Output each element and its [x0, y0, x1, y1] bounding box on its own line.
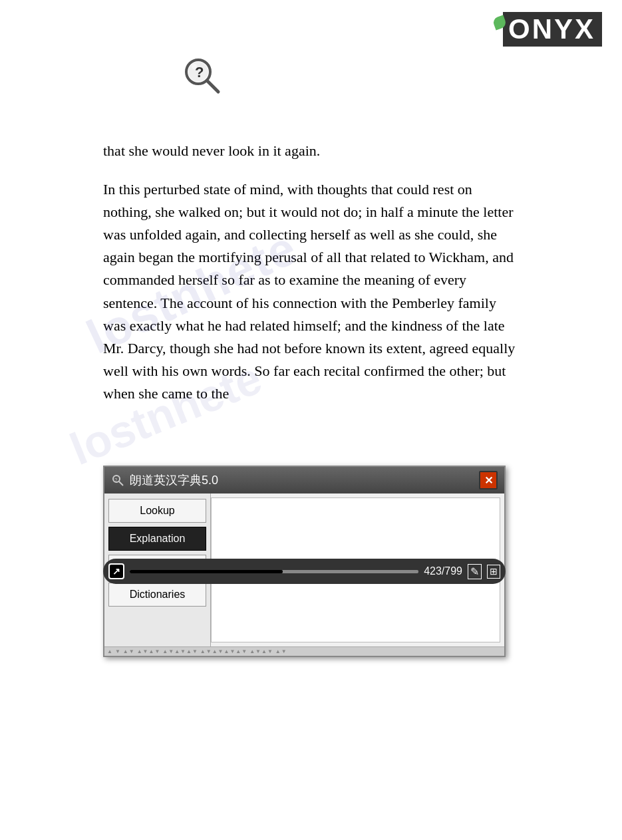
- search-icon-decoration: ?: [180, 53, 226, 102]
- page-indicator: 423/799: [424, 565, 462, 577]
- dictionaries-button[interactable]: Dictionaries: [108, 583, 206, 607]
- explanation-button[interactable]: Explanation: [108, 527, 206, 551]
- edit-icon[interactable]: ✎: [468, 564, 482, 579]
- scrollbar-track: ▲ ▼ ▲▼ ▲▼▲▼ ▲▼▲▼▲▼ ▲▼▲▼▲▼▲▼ ▲▼▲▼ ▲▼: [104, 647, 504, 656]
- progress-bar: [130, 570, 418, 573]
- svg-point-4: [192, 64, 197, 69]
- dialog-scrollbar[interactable]: ▲ ▼ ▲▼ ▲▼▲▼ ▲▼▲▼▲▼ ▲▼▲▼▲▼▲▼ ▲▼▲▼ ▲▼: [104, 646, 504, 656]
- navigate-icon: ↗: [112, 566, 120, 577]
- table-icon[interactable]: ⊞: [487, 565, 500, 579]
- navigate-button[interactable]: ↗: [108, 563, 124, 579]
- status-bar: ↗ 423/799 ✎ ⊞: [103, 559, 506, 584]
- lookup-button[interactable]: Lookup: [108, 499, 206, 523]
- svg-text:?: ?: [114, 477, 118, 483]
- book-text-area: that she would never look in it again. I…: [103, 140, 519, 417]
- dialog-title: 朗道英汉字典5.0: [130, 472, 218, 488]
- book-line-1: that she would never look in it again.: [103, 140, 519, 162]
- progress-fill: [130, 570, 283, 573]
- dialog-title-area: ? 朗道英汉字典5.0: [111, 472, 218, 488]
- onyx-logo: ONYX: [503, 12, 602, 47]
- svg-line-6: [119, 482, 123, 486]
- svg-line-3: [207, 80, 218, 92]
- dialog-titlebar: ? 朗道英汉字典5.0 ✕: [104, 467, 504, 493]
- scrollbar-marks: ▲ ▼ ▲▼ ▲▼▲▼ ▲▼▲▼▲▼ ▲▼▲▼▲▼▲▼ ▲▼▲▼ ▲▼: [107, 648, 287, 654]
- dialog-close-button[interactable]: ✕: [479, 471, 498, 490]
- book-paragraph-1: In this perturbed state of mind, with th…: [103, 178, 519, 405]
- dialog-search-icon: ?: [111, 474, 124, 487]
